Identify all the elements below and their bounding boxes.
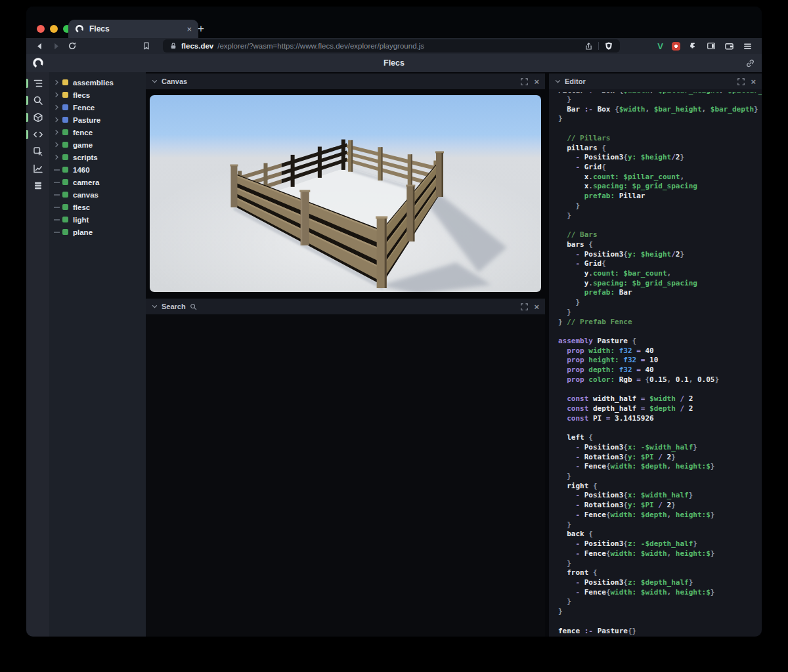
fullscreen-icon[interactable] <box>521 78 528 85</box>
main-column: Canvas × <box>146 74 545 637</box>
rail-item-inspect[interactable] <box>26 143 49 160</box>
menu-icon[interactable] <box>743 41 753 51</box>
code-line: } <box>558 597 762 607</box>
entity-color-square <box>62 167 68 173</box>
tree-item-scripts[interactable]: scripts <box>49 151 146 163</box>
minimize-window-button[interactable] <box>50 25 58 33</box>
code-line: const width_half = $width / 2 <box>558 394 762 404</box>
code-editor[interactable]: Pillar :- Box {$width, $pillar_height, $… <box>549 89 762 637</box>
reload-button[interactable] <box>66 39 79 52</box>
code-line: x.spacing: $p_grid_spacing <box>558 182 762 192</box>
back-button[interactable] <box>33 39 46 52</box>
rail-item-cube[interactable] <box>26 109 49 126</box>
code-line: prop width: f32 = 40 <box>558 346 762 356</box>
fullscreen-icon[interactable] <box>737 78 745 85</box>
close-icon[interactable]: × <box>534 303 539 311</box>
chart-icon <box>33 163 43 174</box>
code-line: Bar :- Box {$width, $bar_height, $bar_de… <box>558 105 762 115</box>
code-line: fence :- Pasture{} <box>558 627 762 637</box>
entity-color-square <box>62 117 68 123</box>
tree-item-1460[interactable]: 1460 <box>49 163 146 176</box>
chevron-right-icon[interactable] <box>54 79 62 85</box>
code-line: x.count: $pillar_count, <box>558 173 762 182</box>
chevron-right-icon[interactable] <box>54 117 62 123</box>
canvas-3d-viewport[interactable] <box>150 95 541 292</box>
close-window-button[interactable] <box>37 25 45 33</box>
tree-item-light[interactable]: light <box>49 213 146 226</box>
app-header: Flecs <box>26 54 762 72</box>
new-tab-button[interactable]: + <box>193 21 209 37</box>
inspect-icon <box>33 146 43 157</box>
tree-item-canvas[interactable]: canvas <box>49 188 146 201</box>
brave-shield-icon[interactable] <box>604 41 613 51</box>
chevron-right-icon[interactable] <box>54 154 62 160</box>
code-line: - Fence{width: $depth, height:$} <box>558 462 762 472</box>
url-domain: flecs.dev <box>181 42 213 50</box>
tree-item-label: light <box>73 216 89 224</box>
tree-item-fence[interactable]: fence <box>49 126 146 138</box>
extensions-puzzle-icon[interactable] <box>689 41 698 51</box>
code-line: } <box>558 559 762 569</box>
code-line: front { <box>558 568 762 578</box>
vue-devtools-icon[interactable]: V <box>657 41 663 51</box>
desktop-background: Flecs × + flecs.dev/explorer/?wasm=https… <box>0 0 788 672</box>
rail-item-chart[interactable] <box>26 160 49 177</box>
tree-item-flecs[interactable]: flecs <box>49 89 146 101</box>
bookmark-icon[interactable] <box>140 39 153 52</box>
close-icon[interactable]: × <box>751 77 756 86</box>
link-icon[interactable] <box>745 58 755 68</box>
rail-item-tree[interactable] <box>26 75 49 92</box>
browser-toolbar: flecs.dev/explorer/?wasm=https://www.fle… <box>26 38 762 54</box>
tree-item-plane[interactable]: plane <box>49 226 146 238</box>
chevron-down-icon[interactable] <box>152 79 158 85</box>
code-line: prop height: f32 = 10 <box>558 356 762 366</box>
entity-color-square <box>62 142 68 148</box>
forward-button[interactable] <box>49 39 62 52</box>
rail-item-code[interactable] <box>26 126 49 143</box>
chevron-down-icon[interactable] <box>152 304 158 310</box>
tree-item-Fence[interactable]: Fence <box>49 101 146 114</box>
code-line: prefab: Bar <box>558 288 762 298</box>
page-title: Flecs <box>26 58 762 68</box>
tree-item-flesc[interactable]: flesc <box>49 201 146 213</box>
app-body: assembliesflecsFencePasturefencegamescri… <box>26 72 762 637</box>
fullscreen-icon[interactable] <box>521 303 528 310</box>
chevron-down-icon[interactable] <box>555 79 561 85</box>
leaf-dash <box>54 182 62 183</box>
tab-close-icon[interactable]: × <box>186 25 192 33</box>
clipped-code-line: Pillar :- Box {$width, $pillar_height, $… <box>558 92 762 95</box>
tab-strip: Flecs × + <box>26 7 762 38</box>
sidebar-toggle-icon[interactable] <box>707 41 716 51</box>
code-line: } <box>558 520 762 530</box>
tree-item-game[interactable]: game <box>49 138 146 151</box>
code-line: // Bars <box>558 230 762 240</box>
code-line: - Position3{z: $depth_half} <box>558 578 762 588</box>
rail-item-search[interactable] <box>26 92 49 109</box>
leaf-dash <box>54 232 62 233</box>
address-bar[interactable]: flecs.dev/explorer/?wasm=https://www.fle… <box>163 39 620 52</box>
code-line: - Rotation3{y: $PI / 2} <box>558 501 762 511</box>
chevron-right-icon[interactable] <box>54 92 62 98</box>
chevron-right-icon[interactable] <box>54 104 62 110</box>
chevron-right-icon[interactable] <box>54 129 62 135</box>
rail-item-stack[interactable] <box>26 177 49 194</box>
close-icon[interactable]: × <box>534 77 539 86</box>
tree-item-assemblies[interactable]: assemblies <box>49 76 146 89</box>
chevron-right-icon[interactable] <box>54 142 62 148</box>
entity-color-square <box>62 179 68 185</box>
code-line: } <box>558 95 762 105</box>
wallet-icon[interactable] <box>724 41 734 51</box>
share-icon[interactable] <box>584 42 593 51</box>
search-icon <box>33 95 43 106</box>
tree-item-Pasture[interactable]: Pasture <box>49 114 146 126</box>
browser-tab[interactable]: Flecs × <box>68 20 198 38</box>
entity-color-square <box>62 129 68 135</box>
leaf-dash <box>54 207 62 208</box>
editor-panel: Editor × Pillar :- Box {$width, $pillar_… <box>549 74 762 637</box>
browser-window: Flecs × + flecs.dev/explorer/?wasm=https… <box>26 7 762 637</box>
tree-item-camera[interactable]: camera <box>49 176 146 188</box>
entity-color-square <box>62 92 68 98</box>
entity-tree: assembliesflecsFencePasturefencegamescri… <box>49 72 146 637</box>
red-extension-icon[interactable] <box>672 42 680 51</box>
entity-color-square <box>62 79 68 85</box>
